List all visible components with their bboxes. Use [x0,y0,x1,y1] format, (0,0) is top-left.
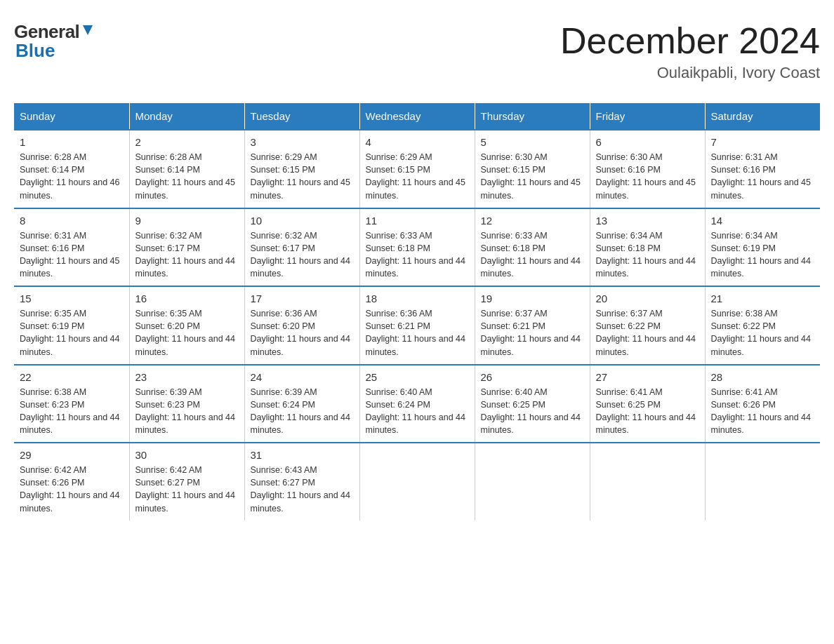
calendar-week-row: 15Sunrise: 6:35 AMSunset: 6:19 PMDayligh… [14,286,820,365]
calendar-cell: 27Sunrise: 6:41 AMSunset: 6:25 PMDayligh… [590,365,705,443]
day-number: 16 [135,293,239,304]
day-info: Sunrise: 6:37 AMSunset: 6:22 PMDaylight:… [596,307,699,358]
day-number: 21 [711,293,815,304]
day-info: Sunrise: 6:28 AMSunset: 6:14 PMDaylight:… [20,151,124,202]
day-number: 24 [251,371,354,383]
calendar-cell: 28Sunrise: 6:41 AMSunset: 6:26 PMDayligh… [705,365,820,443]
day-info: Sunrise: 6:38 AMSunset: 6:22 PMDaylight:… [711,307,815,358]
day-number: 17 [251,293,354,304]
day-info: Sunrise: 6:40 AMSunset: 6:24 PMDaylight:… [366,386,469,437]
day-number: 9 [135,215,239,227]
calendar-cell: 9Sunrise: 6:32 AMSunset: 6:17 PMDaylight… [129,208,244,287]
calendar-cell: 1Sunrise: 6:28 AMSunset: 6:14 PMDaylight… [14,130,129,208]
day-number: 11 [366,215,469,227]
day-number: 7 [711,136,815,148]
day-info: Sunrise: 6:34 AMSunset: 6:19 PMDaylight:… [711,229,815,281]
calendar-cell [705,443,820,521]
day-info: Sunrise: 6:42 AMSunset: 6:26 PMDaylight:… [20,464,124,515]
calendar-cell: 21Sunrise: 6:38 AMSunset: 6:22 PMDayligh… [705,286,820,365]
calendar-week-row: 29Sunrise: 6:42 AMSunset: 6:26 PMDayligh… [14,443,820,521]
calendar-cell: 14Sunrise: 6:34 AMSunset: 6:19 PMDayligh… [705,208,820,287]
calendar-cell [359,443,475,521]
day-info: Sunrise: 6:37 AMSunset: 6:21 PMDaylight:… [481,307,584,358]
calendar-week-row: 1Sunrise: 6:28 AMSunset: 6:14 PMDaylight… [14,130,820,208]
svg-marker-0 [83,25,93,35]
calendar-cell: 6Sunrise: 6:30 AMSunset: 6:16 PMDaylight… [590,130,705,208]
calendar-cell: 24Sunrise: 6:39 AMSunset: 6:24 PMDayligh… [244,365,359,443]
calendar-header-wednesday: Wednesday [359,103,475,130]
calendar-header-tuesday: Tuesday [244,103,359,130]
calendar-cell [590,443,705,521]
day-number: 31 [251,449,354,461]
day-info: Sunrise: 6:36 AMSunset: 6:20 PMDaylight:… [251,307,354,358]
day-number: 10 [251,215,354,227]
day-number: 2 [135,136,239,148]
calendar-cell: 17Sunrise: 6:36 AMSunset: 6:20 PMDayligh… [244,286,359,365]
day-info: Sunrise: 6:43 AMSunset: 6:27 PMDaylight:… [251,464,354,515]
day-info: Sunrise: 6:34 AMSunset: 6:18 PMDaylight:… [596,229,699,281]
day-info: Sunrise: 6:30 AMSunset: 6:15 PMDaylight:… [481,151,584,202]
day-info: Sunrise: 6:28 AMSunset: 6:14 PMDaylight:… [135,151,239,202]
day-number: 6 [596,136,699,148]
day-info: Sunrise: 6:30 AMSunset: 6:16 PMDaylight:… [596,151,699,202]
calendar-cell: 31Sunrise: 6:43 AMSunset: 6:27 PMDayligh… [244,443,359,521]
calendar-header-thursday: Thursday [475,103,590,130]
calendar-cell: 16Sunrise: 6:35 AMSunset: 6:20 PMDayligh… [129,286,244,365]
calendar-cell: 19Sunrise: 6:37 AMSunset: 6:21 PMDayligh… [475,286,590,365]
day-number: 26 [481,371,584,383]
day-number: 30 [135,449,239,461]
day-info: Sunrise: 6:36 AMSunset: 6:21 PMDaylight:… [366,307,469,358]
day-info: Sunrise: 6:41 AMSunset: 6:25 PMDaylight:… [596,386,699,437]
calendar-header-saturday: Saturday [705,103,820,130]
day-info: Sunrise: 6:38 AMSunset: 6:23 PMDaylight:… [20,386,124,437]
calendar-cell: 22Sunrise: 6:38 AMSunset: 6:23 PMDayligh… [14,365,129,443]
day-info: Sunrise: 6:33 AMSunset: 6:18 PMDaylight:… [481,229,584,281]
calendar-cell: 4Sunrise: 6:29 AMSunset: 6:15 PMDaylight… [359,130,475,208]
calendar-cell: 12Sunrise: 6:33 AMSunset: 6:18 PMDayligh… [475,208,590,287]
day-number: 5 [481,136,584,148]
calendar-cell [475,443,590,521]
calendar-header-row: SundayMondayTuesdayWednesdayThursdayFrid… [14,103,820,130]
day-number: 23 [135,371,239,383]
day-info: Sunrise: 6:41 AMSunset: 6:26 PMDaylight:… [711,386,815,437]
day-number: 22 [20,371,124,383]
day-number: 25 [366,371,469,383]
calendar-cell: 8Sunrise: 6:31 AMSunset: 6:16 PMDaylight… [14,208,129,287]
day-info: Sunrise: 6:29 AMSunset: 6:15 PMDaylight:… [251,151,354,202]
calendar-cell: 11Sunrise: 6:33 AMSunset: 6:18 PMDayligh… [359,208,475,287]
calendar-cell: 15Sunrise: 6:35 AMSunset: 6:19 PMDayligh… [14,286,129,365]
calendar-week-row: 8Sunrise: 6:31 AMSunset: 6:16 PMDaylight… [14,208,820,287]
day-number: 15 [20,293,124,304]
day-info: Sunrise: 6:31 AMSunset: 6:16 PMDaylight:… [711,151,815,202]
calendar-cell: 23Sunrise: 6:39 AMSunset: 6:23 PMDayligh… [129,365,244,443]
day-number: 29 [20,449,124,461]
day-info: Sunrise: 6:42 AMSunset: 6:27 PMDaylight:… [135,464,239,515]
day-info: Sunrise: 6:32 AMSunset: 6:17 PMDaylight:… [251,229,354,281]
calendar-cell: 29Sunrise: 6:42 AMSunset: 6:26 PMDayligh… [14,443,129,521]
calendar-header-sunday: Sunday [14,103,129,130]
day-number: 13 [596,215,699,227]
day-number: 20 [596,293,699,304]
calendar-cell: 5Sunrise: 6:30 AMSunset: 6:15 PMDaylight… [475,130,590,208]
day-info: Sunrise: 6:35 AMSunset: 6:20 PMDaylight:… [135,307,239,358]
calendar-cell: 13Sunrise: 6:34 AMSunset: 6:18 PMDayligh… [590,208,705,287]
calendar-cell: 7Sunrise: 6:31 AMSunset: 6:16 PMDaylight… [705,130,820,208]
calendar-cell: 18Sunrise: 6:36 AMSunset: 6:21 PMDayligh… [359,286,475,365]
calendar-header-friday: Friday [590,103,705,130]
day-number: 1 [20,136,124,148]
day-number: 12 [481,215,584,227]
calendar-cell: 20Sunrise: 6:37 AMSunset: 6:22 PMDayligh… [590,286,705,365]
day-info: Sunrise: 6:39 AMSunset: 6:23 PMDaylight:… [135,386,239,437]
day-number: 8 [20,215,124,227]
page-header: General Blue December 2024 Oulaikpabli, … [14,14,820,89]
day-info: Sunrise: 6:32 AMSunset: 6:17 PMDaylight:… [135,229,239,281]
day-info: Sunrise: 6:39 AMSunset: 6:24 PMDaylight:… [251,386,354,437]
day-info: Sunrise: 6:31 AMSunset: 6:16 PMDaylight:… [20,229,124,281]
day-number: 27 [596,371,699,383]
day-number: 28 [711,371,815,383]
calendar-cell: 10Sunrise: 6:32 AMSunset: 6:17 PMDayligh… [244,208,359,287]
day-info: Sunrise: 6:29 AMSunset: 6:15 PMDaylight:… [366,151,469,202]
logo-arrow-icon [80,22,95,42]
calendar-week-row: 22Sunrise: 6:38 AMSunset: 6:23 PMDayligh… [14,365,820,443]
calendar-cell: 25Sunrise: 6:40 AMSunset: 6:24 PMDayligh… [359,365,475,443]
